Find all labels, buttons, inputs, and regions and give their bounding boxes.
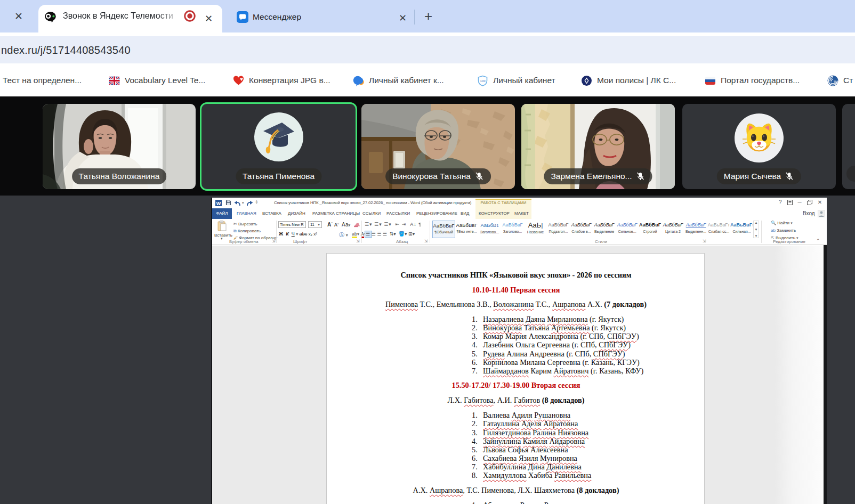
svg-text:W: W — [216, 201, 221, 206]
svg-text:1886: 1886 — [834, 81, 838, 84]
svg-text:100: 100 — [480, 79, 486, 82]
